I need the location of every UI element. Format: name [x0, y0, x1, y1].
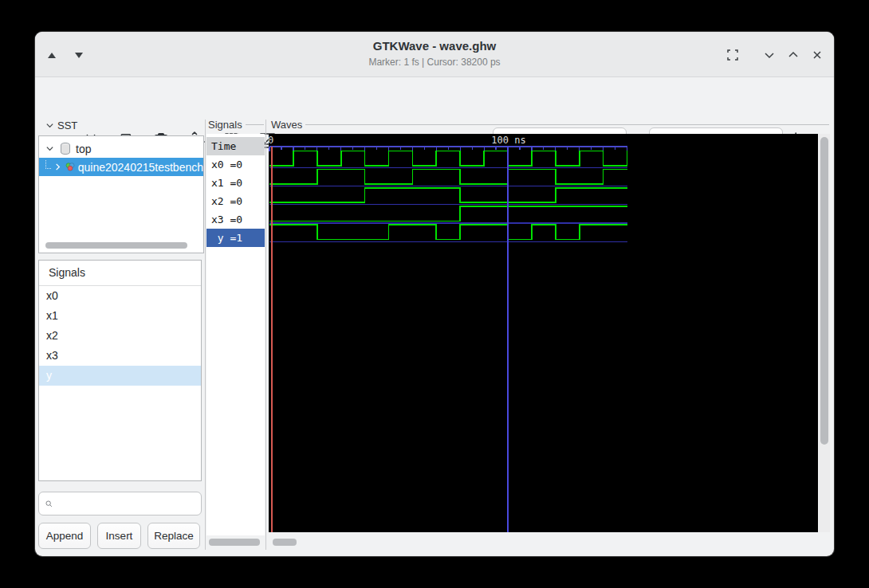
- svg-text:0: 0: [269, 135, 273, 146]
- tree-connector: [45, 160, 51, 169]
- signals-frame-label: Signals: [208, 118, 264, 131]
- insert-label: Insert: [106, 530, 133, 542]
- wave-name-row[interactable]: x0 =0: [206, 155, 265, 174]
- time-header: Time: [206, 137, 265, 155]
- replace-label: Replace: [154, 530, 194, 542]
- marker-cursor-status: Marker: 1 fs | Cursor: 38200 ps: [35, 57, 834, 68]
- gtkwave-window: GTKWave - wave.ghw Marker: 1 fs | Cursor…: [35, 32, 834, 556]
- insert-button[interactable]: Insert: [97, 523, 141, 549]
- frame-rule: [246, 124, 264, 125]
- toolbar: From: To:: [35, 77, 834, 118]
- signal-list-panel: Signals x0x1x2x3y: [38, 260, 202, 481]
- fullscreen-button[interactable]: [724, 46, 741, 64]
- waves-vscrollbar[interactable]: [819, 134, 830, 532]
- fullscreen-icon: [725, 48, 740, 62]
- wave-canvas[interactable]: 0100 ns: [269, 134, 818, 532]
- tree-item-label: quine20240215testbench: [78, 161, 203, 174]
- search-input[interactable]: [57, 497, 201, 511]
- expander-right-icon: [53, 163, 62, 171]
- list-item[interactable]: x0: [39, 286, 201, 306]
- frame-rule: [305, 124, 829, 125]
- minimize-button[interactable]: [761, 46, 778, 64]
- wave-names-column: Time x0 =0x1 =0x2 =0x3 =0 y =1: [206, 134, 265, 535]
- tree-item-label: top: [76, 143, 91, 155]
- pane-splitter-right[interactable]: [265, 120, 266, 550]
- tree-item-top[interactable]: top: [39, 139, 203, 158]
- titlebar[interactable]: GTKWave - wave.ghw Marker: 1 fs | Cursor…: [35, 32, 834, 77]
- append-button[interactable]: Append: [38, 523, 91, 549]
- signals-frame-text: Signals: [208, 119, 242, 131]
- wave-name-row[interactable]: x2 =0: [206, 192, 265, 210]
- close-icon: [811, 49, 824, 61]
- pane-splitter-left[interactable]: [205, 120, 206, 550]
- list-item[interactable]: y: [39, 366, 201, 386]
- tree-item-testbench[interactable]: quine20240215testbench: [39, 158, 203, 176]
- names-hscrollbar-thumb[interactable]: [209, 539, 260, 546]
- sst-tree: top quine20240215testbench: [38, 135, 204, 253]
- replace-button[interactable]: Replace: [147, 523, 200, 549]
- waveform-plot: 0100 ns: [269, 134, 818, 532]
- sst-label: SST: [57, 120, 77, 131]
- list-item[interactable]: x3: [39, 346, 201, 366]
- list-item[interactable]: x1: [39, 306, 201, 326]
- signal-list-header: Signals: [39, 261, 201, 286]
- append-label: Append: [46, 530, 84, 542]
- search-icon: [45, 498, 53, 510]
- wave-name-row[interactable]: x1 =0: [206, 174, 265, 192]
- chevron-up-icon: [787, 49, 800, 61]
- waves-frame-text: Waves: [271, 119, 302, 131]
- close-button[interactable]: [808, 46, 826, 64]
- waves-vscrollbar-thumb[interactable]: [820, 137, 828, 445]
- signal-search[interactable]: [38, 492, 202, 515]
- database-icon: [59, 142, 72, 156]
- wave-name-rows: x0 =0x1 =0x2 =0x3 =0 y =1: [206, 155, 265, 247]
- wave-name-row[interactable]: y =1: [206, 229, 265, 247]
- waves-frame-label: Waves: [271, 118, 829, 131]
- tree-hscrollbar-thumb[interactable]: [45, 242, 187, 249]
- list-item[interactable]: x2: [39, 326, 201, 346]
- chevron-down-icon: [763, 49, 776, 61]
- maximize-button[interactable]: [784, 46, 802, 64]
- module-icon: [65, 159, 75, 174]
- svg-text:100 ns: 100 ns: [491, 135, 525, 146]
- sst-expander[interactable]: SST: [41, 120, 77, 131]
- chevron-down-icon: [44, 121, 55, 130]
- screen-background: GTKWave - wave.ghw Marker: 1 fs | Cursor…: [0, 0, 869, 588]
- signal-list: x0x1x2x3y: [39, 286, 201, 386]
- waves-hscrollbar-thumb[interactable]: [273, 539, 297, 546]
- expander-down-icon: [44, 144, 55, 153]
- window-title: GTKWave - wave.ghw: [35, 39, 834, 53]
- wave-name-row[interactable]: x3 =0: [206, 210, 265, 229]
